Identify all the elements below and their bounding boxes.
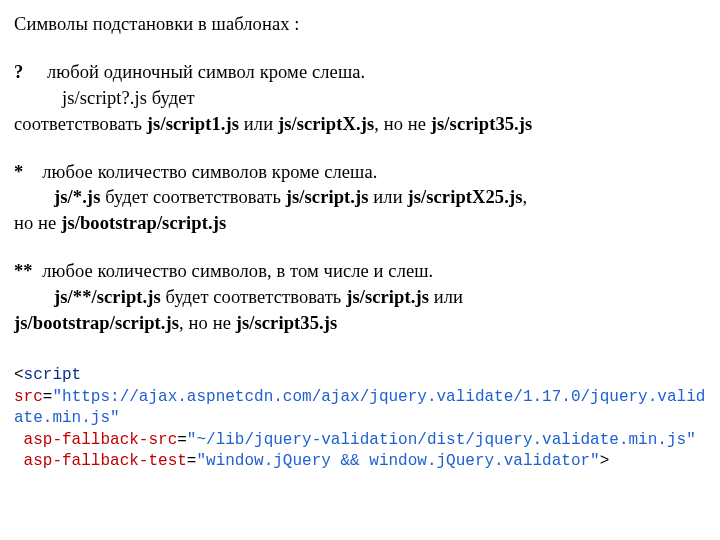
star-line2: js/*.js будет соответствовать js/script.… [14, 185, 706, 211]
attr-src: src [14, 388, 43, 406]
heading: Символы подстановки в шаблонах : [14, 12, 706, 38]
dstar-line1: ** любое количество символов, в том числ… [14, 259, 706, 285]
code-block: <script src="https://ajax.aspnetcdn.com/… [14, 365, 706, 473]
val-fallback-src: "~/lib/jquery-validation/dist/jquery.val… [187, 431, 696, 449]
q-line2: js/script?.js будет [14, 86, 706, 112]
star-symbol: * [14, 162, 23, 182]
star-line3: но не js/bootstrap/script.js [14, 211, 706, 237]
val-src: "https://ajax.aspnetcdn.com/ajax/jquery.… [14, 388, 705, 428]
dstar-symbol: ** [14, 261, 33, 281]
dstar-line3: js/bootstrap/script.js, но не js/script3… [14, 311, 706, 337]
q-line1: ? любой одиночный символ кроме слеша. [14, 60, 706, 86]
star-line1: * любое количество символов кроме слеша. [14, 160, 706, 186]
attr-fallback-test: asp-fallback-test [24, 452, 187, 470]
q-line3: соответствовать js/script1.js или js/scr… [14, 112, 706, 138]
dstar-line2: js/**/script.js будет соответствовать js… [14, 285, 706, 311]
val-fallback-test: "window.jQuery && window.jQuery.validato… [196, 452, 599, 470]
prose-block: Символы подстановки в шаблонах : ? любой… [14, 12, 706, 337]
tag-script: script [24, 366, 82, 384]
q-symbol: ? [14, 62, 23, 82]
attr-fallback-src: asp-fallback-src [24, 431, 178, 449]
